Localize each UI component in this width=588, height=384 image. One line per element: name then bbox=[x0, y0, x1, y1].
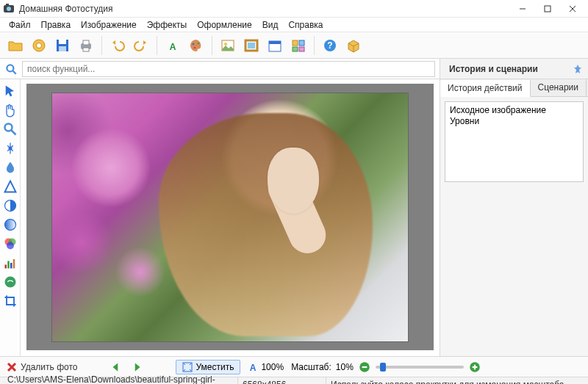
toolbar-separator bbox=[157, 36, 157, 55]
shape-tool[interactable] bbox=[3, 179, 18, 194]
collage-button[interactable] bbox=[287, 35, 309, 57]
percent-label: 100% bbox=[261, 362, 284, 372]
menu-help[interactable]: Справка bbox=[284, 18, 327, 32]
calendar-button[interactable] bbox=[264, 35, 286, 57]
fit-button[interactable]: Уместить bbox=[176, 360, 240, 374]
svg-point-8 bbox=[37, 43, 42, 48]
fit-label: Уместить bbox=[196, 362, 234, 372]
svg-point-18 bbox=[198, 42, 200, 44]
frame-button[interactable] bbox=[240, 35, 262, 57]
levels-tool[interactable] bbox=[3, 256, 18, 270]
effect-tool[interactable] bbox=[3, 275, 18, 289]
right-panel-header: История и сценарии bbox=[440, 59, 588, 79]
right-panel-tabs: История действий Сценарии bbox=[440, 79, 588, 97]
next-button[interactable] bbox=[130, 361, 143, 374]
svg-point-39 bbox=[4, 124, 12, 131]
search-icon[interactable] bbox=[4, 62, 18, 76]
zoom-in-button[interactable] bbox=[468, 361, 481, 374]
canvas-area[interactable] bbox=[21, 79, 440, 356]
open-button[interactable] bbox=[4, 35, 26, 57]
text-zoom-icon: A bbox=[248, 362, 258, 372]
zoom-slider-group: Масштаб: 10% bbox=[291, 361, 481, 374]
zoom-out-button[interactable] bbox=[358, 361, 371, 374]
pin-icon[interactable] bbox=[572, 63, 584, 75]
svg-point-20 bbox=[224, 43, 227, 46]
crop-tool[interactable] bbox=[3, 294, 18, 308]
svg-text:?: ? bbox=[327, 40, 332, 51]
delete-photo-button[interactable]: Удалить фото bbox=[6, 361, 77, 373]
svg-rect-4 bbox=[545, 6, 551, 12]
search-input[interactable] bbox=[22, 61, 435, 77]
svg-point-16 bbox=[193, 43, 195, 45]
canvas-background bbox=[26, 84, 434, 350]
svg-rect-47 bbox=[4, 265, 7, 269]
fit-icon bbox=[182, 362, 193, 372]
search-area bbox=[0, 59, 440, 79]
svg-rect-14 bbox=[83, 48, 89, 51]
svg-line-35 bbox=[12, 70, 16, 74]
gradient-tool[interactable] bbox=[3, 217, 18, 232]
svg-text:A: A bbox=[170, 42, 176, 52]
text-button[interactable]: A bbox=[162, 35, 184, 57]
svg-rect-11 bbox=[59, 46, 66, 51]
box-button[interactable] bbox=[343, 35, 365, 57]
pointer-tool[interactable] bbox=[3, 84, 18, 98]
menu-edit[interactable]: Правка bbox=[37, 18, 76, 32]
maximize-button[interactable] bbox=[535, 1, 560, 17]
status-hint: Используйте колесо прокрутки для изменен… bbox=[326, 377, 585, 384]
batch-button[interactable] bbox=[28, 35, 50, 57]
status-bar: C:\Users\AMS-Elena\Downloads\beautiful-s… bbox=[0, 377, 588, 384]
window-title: Домашняя Фотостудия bbox=[19, 4, 510, 14]
scale-value: 10% bbox=[336, 362, 354, 372]
print-button[interactable] bbox=[75, 35, 97, 57]
svg-point-46 bbox=[7, 242, 14, 250]
minimize-button[interactable] bbox=[510, 1, 535, 17]
history-item[interactable]: Исходное изображение bbox=[450, 105, 578, 116]
drop-tool[interactable] bbox=[3, 160, 18, 175]
status-dimensions: 6568x4856 bbox=[238, 377, 326, 384]
redo-button[interactable] bbox=[130, 35, 152, 57]
rgb-tool[interactable] bbox=[3, 236, 18, 251]
photo-image bbox=[51, 93, 409, 342]
svg-rect-29 bbox=[299, 40, 304, 46]
svg-line-40 bbox=[11, 130, 15, 134]
menu-decoration[interactable]: Оформление bbox=[193, 18, 256, 32]
hand-tool[interactable] bbox=[3, 103, 18, 117]
svg-rect-28 bbox=[293, 40, 298, 46]
toolbar-separator bbox=[101, 36, 102, 55]
delete-icon bbox=[6, 361, 18, 373]
status-path: C:\Users\AMS-Elena\Downloads\beautiful-s… bbox=[3, 377, 238, 384]
right-panel: История действий Сценарии Исходное изобр… bbox=[440, 79, 588, 356]
svg-rect-24 bbox=[269, 41, 281, 44]
zoom-tool[interactable] bbox=[3, 122, 18, 137]
history-item[interactable]: Уровни bbox=[450, 116, 578, 127]
delete-photo-label: Удалить фото bbox=[21, 362, 77, 372]
zoom-slider[interactable] bbox=[376, 366, 464, 369]
svg-rect-31 bbox=[299, 47, 304, 51]
save-button[interactable] bbox=[51, 35, 74, 57]
menu-image[interactable]: Изображение bbox=[76, 18, 141, 32]
scale-caption: Масштаб: bbox=[291, 362, 331, 372]
menu-file[interactable]: Файл bbox=[4, 18, 35, 32]
help-button[interactable]: ? bbox=[319, 35, 341, 57]
svg-text:A: A bbox=[250, 363, 257, 372]
percent-indicator: A 100% bbox=[248, 362, 284, 372]
menu-effects[interactable]: Эффекты bbox=[143, 18, 192, 32]
svg-rect-22 bbox=[248, 43, 255, 48]
left-tool-strip bbox=[0, 79, 21, 356]
right-panel-title: История и сценарии bbox=[449, 64, 567, 74]
contrast-tool[interactable] bbox=[3, 198, 18, 213]
undo-button[interactable] bbox=[107, 35, 129, 57]
picture-button[interactable] bbox=[217, 35, 239, 57]
menu-view[interactable]: Вид bbox=[258, 18, 283, 32]
tab-scenarios[interactable]: Сценарии bbox=[531, 79, 587, 96]
svg-rect-48 bbox=[7, 261, 10, 269]
prev-button[interactable] bbox=[110, 361, 123, 374]
history-list[interactable]: Исходное изображение Уровни bbox=[445, 101, 584, 182]
whitebalance-tool[interactable] bbox=[3, 141, 18, 156]
zoom-slider-thumb[interactable] bbox=[380, 363, 386, 372]
tab-history[interactable]: История действий bbox=[440, 80, 531, 97]
palette-button[interactable] bbox=[185, 35, 207, 57]
svg-point-51 bbox=[4, 277, 15, 288]
close-button[interactable] bbox=[560, 1, 585, 17]
